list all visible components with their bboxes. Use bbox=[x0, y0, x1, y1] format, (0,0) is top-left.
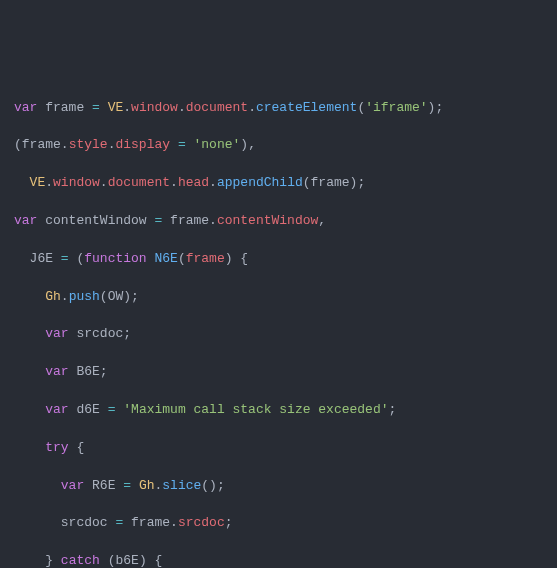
code-line: (frame.style.display = 'none'), bbox=[0, 136, 557, 155]
code-line: var contentWindow = frame.contentWindow, bbox=[0, 212, 557, 231]
code-line: var R6E = Gh.slice(); bbox=[0, 477, 557, 496]
code-line: } catch (b6E) { bbox=[0, 552, 557, 568]
code-line: var B6E; bbox=[0, 363, 557, 382]
code-line: Gh.push(OW); bbox=[0, 288, 557, 307]
code-editor[interactable]: var frame = VE.window.document.createEle… bbox=[0, 80, 557, 568]
code-line: var d6E = 'Maximum call stack size excee… bbox=[0, 401, 557, 420]
code-line: var frame = VE.window.document.createEle… bbox=[0, 99, 557, 118]
code-line: J6E = (function N6E(frame) { bbox=[0, 250, 557, 269]
code-line: var srcdoc; bbox=[0, 325, 557, 344]
code-line: try { bbox=[0, 439, 557, 458]
code-line: srcdoc = frame.srcdoc; bbox=[0, 514, 557, 533]
code-line: VE.window.document.head.appendChild(fram… bbox=[0, 174, 557, 193]
